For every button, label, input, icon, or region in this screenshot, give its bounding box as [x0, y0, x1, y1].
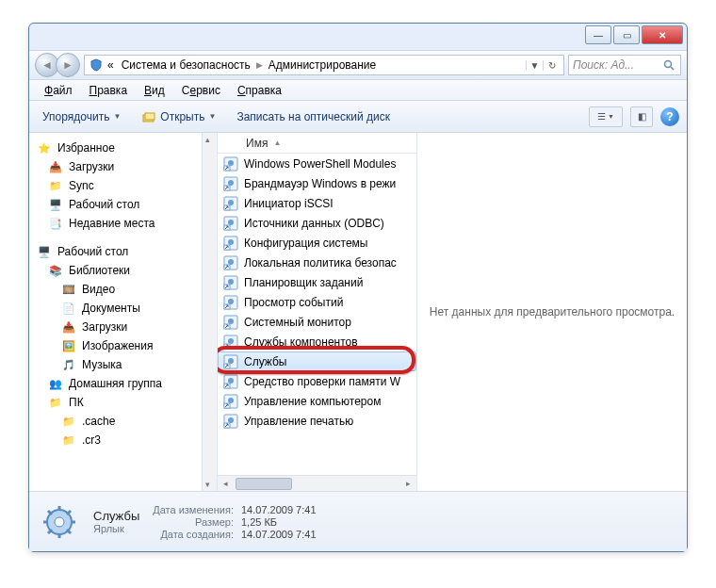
video-icon: 🎞️	[61, 282, 76, 297]
file-rows: Windows PowerShell ModulesБрандмауэр Win…	[218, 154, 416, 475]
address-dropdown-button[interactable]: ▼	[526, 60, 543, 71]
file-item[interactable]: Инициатор iSCSI	[218, 193, 416, 213]
details-name: Службы	[93, 509, 139, 523]
file-item[interactable]: Брандмауэр Windows в режи	[218, 173, 416, 193]
svg-rect-3	[145, 113, 155, 120]
tree-music[interactable]: 🎵Музыка	[29, 355, 217, 374]
shortcut-icon	[223, 156, 238, 172]
organize-button[interactable]: Упорядочить▼	[37, 107, 126, 126]
help-button[interactable]: ?	[660, 107, 679, 126]
breadcrumb-seg-2[interactable]: Администрирование	[265, 58, 380, 72]
tree-recent[interactable]: 📑Недавние места	[29, 214, 217, 233]
shortcut-icon	[223, 315, 238, 330]
menu-file[interactable]: Файл	[37, 82, 80, 99]
file-item[interactable]: Локальная политика безопас	[218, 253, 416, 272]
file-item[interactable]: Планировщик заданий	[218, 272, 416, 292]
star-icon: ⭐	[37, 140, 52, 155]
open-icon	[141, 109, 156, 124]
refresh-button[interactable]: ↻	[543, 60, 560, 71]
tree-libraries[interactable]: 📚Библиотеки	[29, 261, 217, 280]
folder-icon: 📁	[61, 433, 76, 448]
menu-edit[interactable]: Правка	[82, 82, 136, 99]
main-area: Имя ▲ Windows PowerShell ModulesБрандмау…	[218, 133, 687, 491]
search-box[interactable]: Поиск: Ад...	[568, 55, 681, 75]
shortcut-icon	[223, 236, 238, 251]
maximize-button[interactable]: ▭	[613, 25, 640, 44]
column-header-name[interactable]: Имя ▲	[218, 133, 416, 154]
shortcut-icon	[223, 414, 238, 429]
tree-downloads-lib[interactable]: 📥Загрузки	[29, 318, 217, 336]
shortcut-icon	[223, 255, 238, 270]
folder-icon: 📥	[61, 319, 76, 335]
file-item[interactable]: Windows PowerShell Modules	[218, 154, 416, 173]
titlebar: — ▭ ✕	[29, 24, 687, 50]
tree-pictures[interactable]: 🖼️Изображения	[29, 336, 217, 355]
svg-point-20	[228, 259, 234, 265]
file-item-label: Управление компьютером	[244, 395, 381, 408]
tree-cr3[interactable]: 📁.cr3	[29, 431, 217, 449]
tree-sync[interactable]: 📁Sync	[29, 176, 217, 195]
tree-documents[interactable]: 📄Документы	[29, 299, 217, 318]
tree-downloads[interactable]: 📥Загрузки	[29, 157, 217, 176]
file-item[interactable]: Источники данных (ODBC)	[218, 213, 416, 233]
shortcut-icon	[223, 374, 238, 389]
folder-icon: 📁	[61, 414, 76, 429]
details-size-value: 1,25 КБ	[241, 516, 317, 528]
svg-point-32	[228, 338, 234, 344]
view-mode-button[interactable]: ☰ ▼	[589, 106, 623, 127]
tree-favorites[interactable]: ⭐Избранное	[29, 139, 217, 157]
nav-tree: ⭐Избранное 📥Загрузки 📁Sync 🖥️Рабочий сто…	[29, 133, 218, 491]
preview-pane: Нет данных для предварительного просмотр…	[417, 133, 687, 491]
file-item-label: Планировщик заданий	[244, 276, 363, 289]
horizontal-scrollbar[interactable]: ◂▸	[218, 475, 416, 491]
tree-pc[interactable]: 📁ПК	[29, 393, 217, 412]
preview-empty-text: Нет данных для предварительного просмотр…	[430, 305, 675, 318]
tree-homegroup[interactable]: 👥Домашняя группа	[29, 374, 217, 393]
file-item-label: Службы	[244, 355, 286, 368]
shortcut-icon	[223, 335, 238, 350]
shield-icon	[89, 57, 104, 73]
file-item[interactable]: Системный монитор	[218, 312, 416, 332]
sort-indicator-icon: ▲	[273, 139, 281, 147]
file-item-label: Конфигурация системы	[244, 237, 367, 250]
forward-button[interactable]: ►	[56, 53, 80, 77]
explorer-window: — ▭ ✕ ◄ ► « Система и безопасность ▶ Адм…	[28, 23, 688, 552]
address-bar[interactable]: « Система и безопасность ▶ Администриров…	[84, 55, 564, 75]
file-item-label: Средство проверки памяти W	[244, 375, 400, 388]
breadcrumb-seg-1[interactable]: Система и безопасность	[118, 58, 254, 72]
file-item[interactable]: Службы	[218, 351, 416, 371]
minimize-button[interactable]: —	[585, 25, 611, 44]
tree-videos[interactable]: 🎞️Видео	[29, 280, 217, 299]
tree-desktop-fav[interactable]: 🖥️Рабочий стол	[29, 195, 217, 214]
file-item[interactable]: Службы компонентов	[218, 332, 416, 351]
svg-point-17	[228, 239, 234, 245]
tree-cache[interactable]: 📁.cache	[29, 412, 217, 431]
tree-desktop-root[interactable]: 🖥️Рабочий стол	[29, 242, 217, 261]
file-item[interactable]: Конфигурация системы	[218, 233, 416, 253]
details-type: Ярлык	[93, 523, 139, 534]
file-item[interactable]: Управление печатью	[218, 411, 416, 431]
close-button[interactable]: ✕	[642, 25, 683, 44]
file-item[interactable]: Просмотр событий	[218, 292, 416, 312]
details-size-label: Размер:	[153, 516, 234, 528]
svg-point-14	[228, 220, 234, 225]
file-item-label: Просмотр событий	[244, 296, 343, 309]
burn-button[interactable]: Записать на оптический диск	[231, 107, 396, 126]
details-pane: Службы Ярлык Дата изменения: 14.07.2009 …	[29, 491, 687, 551]
menu-help[interactable]: Справка	[230, 82, 289, 99]
body: ⭐Избранное 📥Загрузки 📁Sync 🖥️Рабочий сто…	[29, 133, 687, 491]
breadcrumb-prefix: «	[104, 58, 118, 72]
file-item-label: Системный монитор	[244, 316, 351, 329]
preview-pane-button[interactable]: ◧	[630, 106, 653, 127]
open-button[interactable]: Открыть▼	[136, 106, 221, 127]
chevron-right-icon: ▶	[254, 60, 265, 70]
sidebar-scrollbar[interactable]	[202, 133, 217, 491]
folder-icon: 📁	[48, 178, 63, 193]
menu-view[interactable]: Вид	[137, 82, 172, 99]
menu-bar: Файл Правка Вид Сервис Справка	[29, 80, 687, 101]
shortcut-icon	[223, 394, 238, 409]
file-item[interactable]: Управление компьютером	[218, 391, 416, 411]
menu-tools[interactable]: Сервис	[174, 82, 228, 99]
gear-icon	[39, 501, 80, 543]
file-item[interactable]: Средство проверки памяти W	[218, 371, 416, 391]
